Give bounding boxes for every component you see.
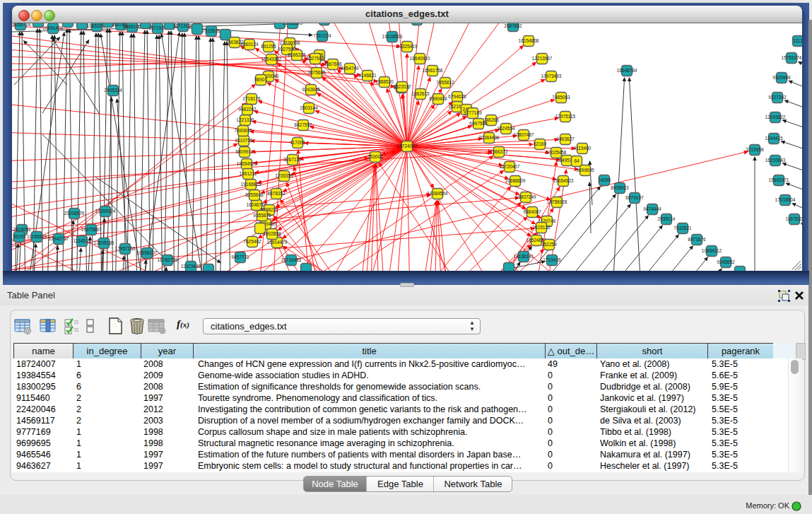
svg-text:1610755: 1610755 bbox=[235, 138, 253, 143]
svg-text:1362615: 1362615 bbox=[411, 91, 430, 96]
svg-text:6497568: 6497568 bbox=[469, 121, 488, 126]
svg-text:7515526: 7515526 bbox=[202, 28, 220, 33]
svg-text:64: 64 bbox=[574, 158, 579, 163]
svg-text:252254: 252254 bbox=[541, 242, 557, 247]
svg-text:7986372: 7986372 bbox=[490, 149, 508, 154]
svg-text:1902858: 1902858 bbox=[263, 231, 281, 236]
svg-text:8990448: 8990448 bbox=[429, 96, 447, 101]
svg-text:9884067: 9884067 bbox=[523, 209, 541, 214]
svg-text:62160: 62160 bbox=[534, 141, 546, 146]
svg-text:14136141: 14136141 bbox=[514, 254, 534, 259]
svg-text:19654923: 19654923 bbox=[553, 178, 574, 183]
svg-text:9777169: 9777169 bbox=[464, 110, 482, 115]
svg-text:6879197: 6879197 bbox=[625, 195, 644, 200]
svg-text:7357224: 7357224 bbox=[313, 33, 331, 38]
svg-text:2718176: 2718176 bbox=[242, 96, 261, 101]
svg-text:7632621: 7632621 bbox=[673, 226, 692, 230]
svg-text:7955812: 7955812 bbox=[436, 80, 454, 85]
svg-text:1112: 1112 bbox=[793, 38, 802, 43]
svg-text:1733426: 1733426 bbox=[543, 257, 561, 262]
svg-text:19375887: 19375887 bbox=[81, 227, 102, 232]
svg-text:9809912: 9809912 bbox=[235, 149, 254, 154]
svg-text:16154808: 16154808 bbox=[519, 38, 539, 43]
svg-text:15751074: 15751074 bbox=[782, 55, 802, 60]
svg-text:9457771: 9457771 bbox=[231, 255, 249, 259]
svg-text:1615132: 1615132 bbox=[532, 225, 551, 230]
svg-text:10025458: 10025458 bbox=[546, 150, 567, 155]
svg-text:7485063: 7485063 bbox=[552, 95, 570, 100]
svg-text:8471676: 8471676 bbox=[688, 237, 706, 242]
svg-text:16961758: 16961758 bbox=[423, 68, 443, 73]
svg-text:24055724: 24055724 bbox=[12, 23, 31, 27]
svg-text:1167533: 1167533 bbox=[786, 216, 802, 221]
svg-text:20691406: 20691406 bbox=[43, 25, 64, 30]
svg-text:19756928: 19756928 bbox=[547, 199, 567, 204]
svg-text:9355875: 9355875 bbox=[253, 213, 271, 218]
svg-text:9329966: 9329966 bbox=[772, 75, 791, 80]
svg-text:19166825: 19166825 bbox=[241, 182, 261, 187]
svg-text:10654112: 10654112 bbox=[702, 248, 722, 253]
svg-text:9699695: 9699695 bbox=[576, 168, 594, 173]
svg-text:16713155: 16713155 bbox=[173, 23, 194, 28]
svg-text:9474444: 9474444 bbox=[643, 206, 661, 211]
svg-text:2905334: 2905334 bbox=[104, 88, 122, 93]
svg-text:253002: 253002 bbox=[367, 154, 383, 159]
svg-text:8938923: 8938923 bbox=[611, 185, 629, 190]
svg-text:12505185: 12505185 bbox=[94, 240, 114, 245]
svg-text:9146821: 9146821 bbox=[358, 73, 377, 78]
svg-text:3267130: 3267130 bbox=[283, 157, 302, 162]
svg-text:20206576: 20206576 bbox=[64, 211, 85, 216]
svg-text:19218506: 19218506 bbox=[382, 34, 403, 39]
svg-text:2935114: 2935114 bbox=[658, 216, 676, 221]
svg-text:11156829: 11156829 bbox=[27, 234, 47, 239]
svg-text:12942757: 12942757 bbox=[49, 236, 69, 241]
svg-text:9327508: 9327508 bbox=[306, 56, 324, 61]
svg-text:98901: 98901 bbox=[254, 77, 267, 82]
svg-text:8660124: 8660124 bbox=[240, 42, 259, 47]
svg-text:16543382: 16543382 bbox=[261, 57, 282, 62]
svg-text:18640910: 18640910 bbox=[410, 56, 430, 61]
svg-text:15716485: 15716485 bbox=[281, 257, 302, 262]
svg-text:8322037: 8322037 bbox=[393, 84, 411, 89]
svg-text:15720407: 15720407 bbox=[500, 164, 520, 169]
svg-text:6466100: 6466100 bbox=[123, 24, 141, 29]
svg-text:8878352: 8878352 bbox=[267, 191, 286, 196]
svg-text:2687682: 2687682 bbox=[504, 23, 522, 28]
svg-text:16914479: 16914479 bbox=[267, 240, 288, 245]
svg-text:10958107: 10958107 bbox=[137, 250, 158, 255]
svg-text:15692971: 15692971 bbox=[769, 177, 789, 182]
svg-text:6794028: 6794028 bbox=[448, 94, 466, 99]
svg-text:14095: 14095 bbox=[598, 177, 611, 182]
svg-text:17016504: 17016504 bbox=[775, 197, 796, 202]
svg-text:891295: 891295 bbox=[261, 44, 276, 49]
svg-text:8454749: 8454749 bbox=[341, 66, 359, 71]
svg-text:39159: 39159 bbox=[13, 234, 25, 239]
svg-text:1134519: 1134519 bbox=[73, 238, 91, 243]
svg-text:17957255: 17957255 bbox=[115, 246, 136, 251]
svg-text:16782759: 16782759 bbox=[158, 257, 178, 262]
svg-text:8186328: 8186328 bbox=[288, 52, 306, 57]
svg-text:16648784: 16648784 bbox=[617, 68, 637, 73]
svg-text:16210643: 16210643 bbox=[765, 158, 786, 163]
svg-text:3624554: 3624554 bbox=[497, 126, 515, 131]
svg-text:1221336: 1221336 bbox=[236, 117, 254, 122]
svg-text:8255648: 8255648 bbox=[245, 192, 264, 197]
svg-text:9227342: 9227342 bbox=[768, 95, 787, 100]
svg-text:10688609: 10688609 bbox=[505, 178, 526, 183]
svg-text:16033809: 16033809 bbox=[283, 23, 303, 25]
svg-text:19384554: 19384554 bbox=[428, 191, 448, 196]
svg-text:10973493: 10973493 bbox=[541, 74, 562, 78]
svg-text:1588520: 1588520 bbox=[375, 79, 394, 84]
svg-text:2803144: 2803144 bbox=[300, 105, 318, 110]
svg-text:2867608: 2867608 bbox=[324, 62, 342, 66]
svg-text:12975115: 12975115 bbox=[555, 114, 576, 119]
svg-text:10807487: 10807487 bbox=[514, 132, 534, 137]
svg-text:12213967: 12213967 bbox=[532, 56, 553, 61]
svg-text:417006: 417006 bbox=[290, 140, 305, 145]
svg-text:7690695: 7690695 bbox=[234, 128, 252, 133]
svg-text:18724007: 18724007 bbox=[397, 144, 418, 148]
svg-text:1461211: 1461211 bbox=[240, 171, 257, 176]
svg-text:8427552: 8427552 bbox=[294, 122, 312, 127]
svg-text:18807249: 18807249 bbox=[516, 194, 536, 199]
svg-text:20364436: 20364436 bbox=[479, 135, 500, 140]
